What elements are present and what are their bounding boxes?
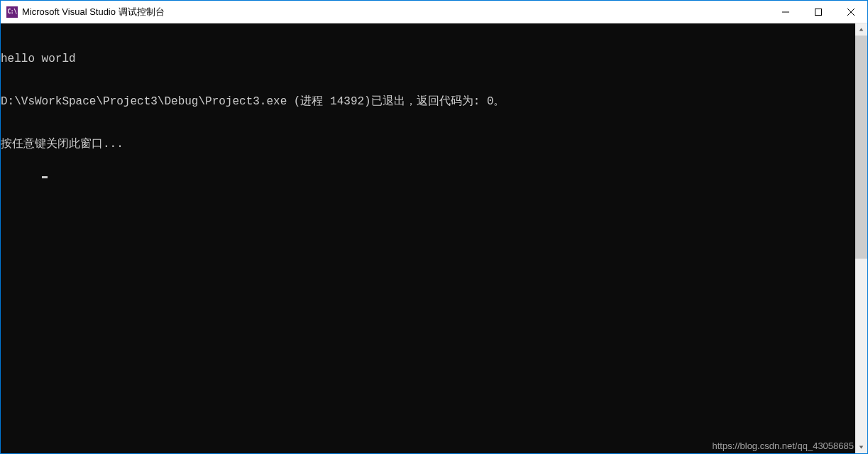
chevron-up-icon bbox=[859, 27, 864, 32]
close-button[interactable] bbox=[835, 1, 867, 23]
scrollbar-thumb[interactable] bbox=[855, 36, 867, 259]
svg-marker-5 bbox=[859, 445, 864, 448]
window-title: Microsoft Visual Studio 调试控制台 bbox=[22, 6, 769, 18]
app-icon: C:\ bbox=[6, 6, 18, 18]
vertical-scrollbar[interactable] bbox=[855, 23, 867, 453]
minimize-button[interactable] bbox=[769, 1, 802, 23]
svg-rect-1 bbox=[815, 9, 822, 15]
console-line: hello world bbox=[1, 52, 855, 66]
svg-marker-4 bbox=[859, 28, 864, 31]
console-output[interactable]: hello world D:\VsWorkSpace\Project3\Debu… bbox=[1, 23, 855, 453]
titlebar[interactable]: C:\ Microsoft Visual Studio 调试控制台 bbox=[1, 1, 867, 23]
close-icon bbox=[847, 9, 855, 16]
cursor-icon bbox=[42, 176, 48, 178]
console-line: D:\VsWorkSpace\Project3\Debug\Project3.e… bbox=[1, 94, 855, 109]
window-controls bbox=[769, 1, 867, 23]
chevron-down-icon bbox=[859, 445, 864, 450]
maximize-button[interactable] bbox=[802, 1, 835, 23]
maximize-icon bbox=[815, 9, 822, 16]
console-line: 按任意键关闭此窗口... bbox=[1, 137, 855, 151]
scroll-up-button[interactable] bbox=[855, 23, 867, 36]
content-area: hello world D:\VsWorkSpace\Project3\Debu… bbox=[1, 23, 867, 453]
minimize-icon bbox=[782, 9, 789, 16]
scroll-down-button[interactable] bbox=[855, 441, 867, 453]
console-window: C:\ Microsoft Visual Studio 调试控制台 bbox=[0, 0, 868, 454]
scrollbar-track[interactable] bbox=[855, 36, 867, 441]
